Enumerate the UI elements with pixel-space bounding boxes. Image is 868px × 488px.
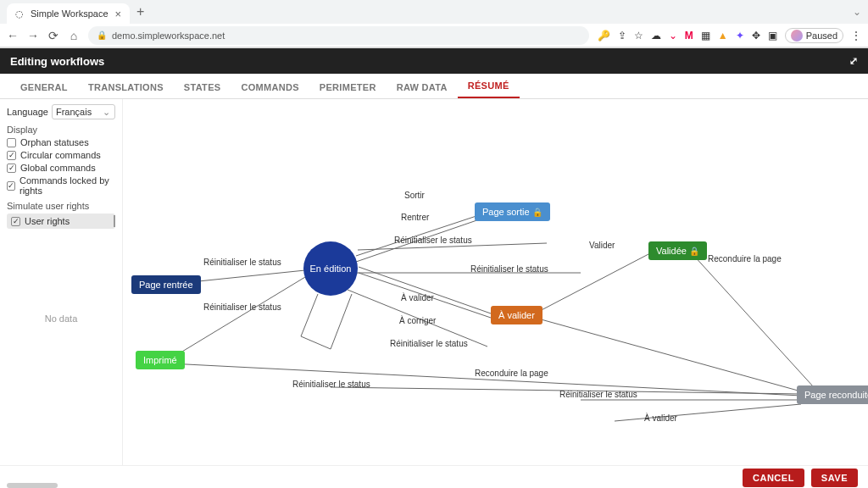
home-icon[interactable]: ⌂: [68, 29, 80, 42]
key-icon[interactable]: 🔑: [598, 30, 610, 42]
puzzle-icon[interactable]: ✥: [752, 30, 760, 42]
option-circular[interactable]: Circular commands: [7, 150, 115, 160]
apps-icon[interactable]: ▣: [768, 30, 777, 42]
forward-icon[interactable]: →: [27, 29, 39, 42]
edge-reinit7: Réinitialiser le status: [559, 390, 637, 399]
node-validee[interactable]: Validée🔒: [648, 241, 707, 260]
tab-translations[interactable]: TRANSLATIONS: [78, 76, 174, 98]
edges-svg: [123, 99, 868, 465]
edge-valider: Valider: [589, 241, 615, 250]
workflow-canvas[interactable]: Page rentrée Imprimé En édition Page sor…: [123, 99, 868, 465]
ext1-icon[interactable]: ▦: [701, 30, 710, 42]
svg-line-10: [693, 254, 814, 387]
m-icon[interactable]: M: [685, 30, 693, 42]
close-icon[interactable]: ×: [115, 8, 122, 20]
paused-label: Paused: [806, 30, 837, 41]
reload-icon[interactable]: ⟳: [47, 29, 59, 42]
main: Language Français Display Orphan statuse…: [0, 99, 868, 465]
edge-a-corriger: À corriger: [399, 316, 436, 325]
language-label: Language: [7, 107, 48, 117]
cloud-icon[interactable]: ☁: [651, 30, 661, 42]
svg-line-15: [615, 404, 801, 421]
no-data-text: No data: [7, 313, 115, 324]
tab-raw-data[interactable]: RAW DATA: [387, 76, 458, 98]
svg-line-9: [535, 254, 648, 313]
menu-icon[interactable]: ⋮: [851, 30, 861, 42]
edge-reinit6: Réinitialiser le status: [292, 380, 370, 389]
edge-reinit5: Réinitialiser le status: [390, 339, 468, 348]
footer: CANCEL SAVE: [0, 465, 868, 488]
edge-rentrer: Rentrer: [401, 213, 429, 222]
edge-a-valider: À valider: [401, 293, 434, 302]
display-label: Display: [7, 125, 115, 135]
simulate-label: Simulate user rights: [7, 201, 115, 211]
share-icon[interactable]: ⇪: [618, 30, 626, 42]
globe-icon: ◌: [15, 8, 24, 19]
new-tab-button[interactable]: +: [136, 4, 144, 19]
node-a-valider[interactable]: À valider: [491, 306, 542, 324]
edge-a-valider2: À valider: [644, 413, 677, 423]
svg-line-11: [535, 318, 801, 391]
app-tabs: GENERAL TRANSLATIONS STATES COMMANDS PER…: [0, 74, 868, 99]
tab-states[interactable]: STATES: [174, 76, 231, 98]
page-title: Editing workflows: [10, 55, 104, 68]
tab-general[interactable]: GENERAL: [10, 76, 78, 98]
user-rights-row[interactable]: User rights: [7, 214, 115, 229]
svg-line-4: [359, 267, 491, 313]
pocket-icon[interactable]: ⌄: [669, 30, 677, 42]
ext2-icon[interactable]: ▲: [718, 30, 728, 42]
option-orphan[interactable]: Orphan statuses: [7, 137, 115, 147]
browser-chrome: ◌ Simple Workspace × + ⌄ ← → ⟳ ⌂ 🔒 demo.…: [0, 0, 868, 48]
chevron-down-icon[interactable]: ⌄: [853, 6, 861, 18]
edge-reinit1: Réinitialiser le status: [394, 236, 472, 245]
node-en-edition[interactable]: En édition: [303, 241, 358, 296]
node-page-reconduite[interactable]: Page reconduite: [797, 385, 868, 404]
toolbar-icons: 🔑 ⇪ ☆ ☁ ⌄ M ▦ ▲ ✦ ✥ ▣ Paused ⋮: [598, 28, 861, 43]
lock-icon: 🔒: [97, 30, 107, 40]
checkbox-icon: [7, 138, 16, 147]
checkbox-icon: [7, 164, 16, 173]
lock-icon: 🔒: [689, 247, 699, 256]
checkbox-icon: [7, 151, 16, 160]
edge-reinit3: Réinitialiser le status: [203, 302, 281, 312]
edge-reconduire2: Reconduire la page: [475, 369, 548, 378]
edge-reinit2: Réinitialiser le status: [203, 258, 281, 267]
node-page-sortie[interactable]: Page sortie🔒: [475, 202, 550, 221]
tab-strip: ◌ Simple Workspace × + ⌄: [0, 0, 868, 24]
address-bar-row: ← → ⟳ ⌂ 🔒 demo.simpleworkspace.net 🔑 ⇪ ☆…: [0, 24, 868, 47]
back-icon[interactable]: ←: [7, 29, 19, 42]
option-global[interactable]: Global commands: [7, 163, 115, 173]
edge-sortir: Sortir: [404, 191, 425, 200]
ext3-icon[interactable]: ✦: [736, 30, 744, 42]
edge-reinit4: Réinitialiser le status: [470, 264, 548, 274]
star-icon[interactable]: ☆: [634, 30, 643, 42]
avatar: [791, 30, 803, 42]
tab-perimeter[interactable]: PERIMETER: [309, 76, 387, 98]
url-box[interactable]: 🔒 demo.simpleworkspace.net: [88, 26, 589, 45]
url-text: demo.simpleworkspace.net: [112, 30, 225, 41]
language-select[interactable]: Français: [52, 104, 115, 119]
tab-commands[interactable]: COMMANDS: [231, 76, 309, 98]
save-button[interactable]: SAVE: [811, 469, 858, 487]
expand-icon[interactable]: ⤢: [849, 55, 858, 67]
sidebar: Language Français Display Orphan statuse…: [0, 99, 123, 465]
tab-title: Simple Workspace: [31, 8, 108, 19]
checkbox-icon: [7, 181, 15, 191]
title-bar: Editing workflows ⤢: [0, 48, 868, 74]
node-imprime[interactable]: Imprimé: [136, 351, 185, 369]
tab-resume[interactable]: RÉSUMÉ: [458, 75, 520, 98]
edge-reconduire1: Reconduire la page: [708, 254, 782, 263]
cancel-button[interactable]: CANCEL: [743, 469, 804, 487]
paused-pill[interactable]: Paused: [785, 28, 843, 43]
checkbox-icon: [11, 217, 20, 226]
node-page-rentree[interactable]: Page rentrée: [131, 275, 201, 294]
browser-tab[interactable]: ◌ Simple Workspace ×: [7, 3, 130, 24]
lock-icon: 🔒: [532, 208, 542, 217]
option-locked[interactable]: Commands locked by rights: [7, 175, 115, 196]
